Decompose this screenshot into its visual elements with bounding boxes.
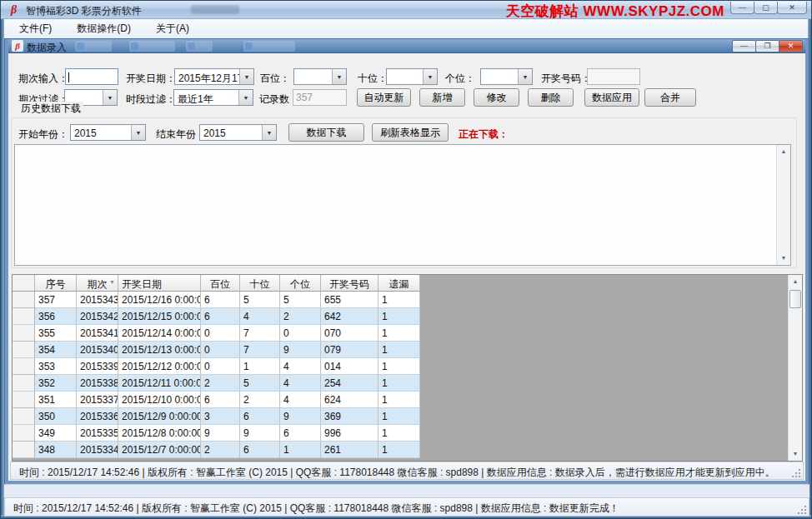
- col-header-omission[interactable]: 遗漏: [378, 275, 420, 292]
- child-minimize-icon[interactable]: —: [732, 40, 756, 52]
- window-controls: — ▢ ✕: [731, 2, 807, 14]
- merge-button[interactable]: 合并: [644, 88, 696, 107]
- row-selector-cell[interactable]: [13, 358, 35, 375]
- draw-number-field[interactable]: [587, 68, 640, 85]
- chevron-down-icon[interactable]: ▼: [332, 69, 346, 84]
- cell-seq: 349: [35, 425, 77, 442]
- cell-seq: 352: [35, 375, 77, 392]
- cell-issue: 2015340: [77, 342, 118, 358]
- table-row[interactable]: 351 2015337 2015/12/10 0:00:00 6 2 4 624…: [13, 392, 420, 408]
- main-titlebar[interactable]: β 智博福彩3D 彩票分析软件 天空破解站 WWW.SKYPJZ.COM — ▢…: [1, 1, 811, 19]
- auto-update-button[interactable]: 自动更新: [357, 88, 411, 107]
- cell-hundreds: 3: [201, 408, 240, 425]
- cell-hundreds: 0: [201, 358, 240, 375]
- row-selector-cell[interactable]: [13, 408, 35, 425]
- end-year-select[interactable]: 2015 ▼: [199, 124, 277, 141]
- header-selector-cell[interactable]: [13, 275, 35, 292]
- close-icon[interactable]: ✕: [777, 2, 807, 14]
- cell-number: 624: [321, 392, 378, 408]
- cell-hundreds: 2: [201, 375, 240, 392]
- menu-about[interactable]: 关于(A): [146, 19, 199, 38]
- refresh-table-button[interactable]: 刷新表格显示: [372, 123, 449, 142]
- table-row[interactable]: 357 2015343 2015/12/16 0:00:00 6 5 5 655…: [13, 292, 420, 308]
- minimize-icon[interactable]: —: [730, 2, 754, 14]
- table-row[interactable]: 348 2015334 2015/12/7 0:00:00 2 6 1 261 …: [13, 442, 420, 458]
- tens-select[interactable]: ▼: [386, 68, 438, 85]
- table-row[interactable]: 353 2015339 2015/12/12 0:00:00 0 1 4 014…: [13, 358, 420, 375]
- data-entry-statusbar: 时间 : 2015/12/17 14:52:46 | 版权所有 : 智赢工作室 …: [10, 462, 804, 480]
- chevron-down-icon[interactable]: ▼: [423, 69, 437, 84]
- chevron-down-icon[interactable]: ▼: [518, 69, 532, 84]
- cell-issue: 2015338: [77, 375, 118, 392]
- row-selector-cell[interactable]: [13, 308, 35, 325]
- scroll-up-icon[interactable]: ▲: [789, 275, 802, 288]
- window-frame-left: [1, 19, 4, 518]
- chevron-down-icon[interactable]: ▼: [238, 90, 253, 105]
- maximize-icon[interactable]: ▢: [754, 2, 778, 14]
- table-row[interactable]: 354 2015340 2015/12/13 0:00:00 0 7 9 079…: [13, 342, 420, 358]
- col-header-issue-text: 期次: [88, 278, 108, 290]
- log-scrollbar[interactable]: ▲ ▼: [776, 145, 790, 265]
- cell-units: 9: [280, 408, 321, 425]
- download-data-button[interactable]: 数据下载: [288, 123, 364, 142]
- chevron-down-icon[interactable]: ▼: [103, 90, 117, 105]
- cell-issue: 2015335: [77, 425, 118, 442]
- menu-file[interactable]: 文件(F): [9, 19, 62, 38]
- cell-tens: 6: [240, 442, 280, 458]
- end-year-value: 2015: [200, 125, 262, 140]
- start-year-select[interactable]: 2015 ▼: [70, 124, 146, 141]
- text-caret: [68, 72, 69, 82]
- col-header-issue[interactable]: 期次▼: [77, 275, 118, 292]
- row-selector-cell[interactable]: [13, 342, 35, 358]
- row-selector-cell[interactable]: [13, 425, 35, 442]
- menu-data-operations[interactable]: 数据操作(D): [67, 19, 141, 38]
- issue-input-field[interactable]: [65, 68, 118, 85]
- col-header-units[interactable]: 个位: [280, 275, 321, 292]
- cell-hundreds: 0: [201, 325, 240, 342]
- col-header-seq[interactable]: 序号: [35, 275, 77, 292]
- col-header-date[interactable]: 开奖日期: [118, 275, 201, 292]
- scroll-down-icon[interactable]: ▼: [789, 447, 802, 461]
- resize-grip-icon[interactable]: [797, 504, 807, 514]
- delete-button[interactable]: 删除: [528, 88, 574, 107]
- row-selector-cell[interactable]: [13, 325, 35, 342]
- download-log-area[interactable]: ▲ ▼: [14, 144, 791, 266]
- child-restore-icon[interactable]: ❐: [755, 40, 779, 52]
- child-close-icon[interactable]: ✕: [779, 40, 803, 52]
- table-row[interactable]: 352 2015338 2015/12/11 0:00:00 2 5 4 254…: [13, 375, 420, 392]
- chevron-down-icon[interactable]: ▼: [239, 69, 253, 84]
- modify-button[interactable]: 修改: [474, 88, 519, 107]
- col-header-number[interactable]: 开奖号码: [321, 275, 378, 292]
- add-button[interactable]: 新增: [419, 88, 465, 107]
- table-row[interactable]: 349 2015335 2015/12/8 0:00:00 9 9 6 996 …: [13, 425, 420, 442]
- draw-date-select[interactable]: 2015年12月17日 ▼: [174, 68, 254, 85]
- scroll-down-icon[interactable]: ▼: [777, 252, 790, 265]
- col-header-hundreds[interactable]: 百位: [201, 275, 240, 292]
- scroll-up-icon[interactable]: ▲: [777, 145, 790, 158]
- table-row[interactable]: 356 2015342 2015/12/15 0:00:00 6 4 2 642…: [13, 308, 420, 325]
- cell-hundreds: 0: [201, 342, 240, 358]
- table-row[interactable]: 355 2015341 2015/12/14 0:00:00 0 7 0 070…: [13, 325, 420, 342]
- cell-date: 2015/12/9 0:00:00: [118, 408, 201, 425]
- apply-data-button[interactable]: 数据应用: [584, 88, 639, 107]
- units-select[interactable]: ▼: [480, 68, 533, 85]
- chevron-down-icon[interactable]: ▼: [262, 125, 276, 140]
- chevron-down-icon[interactable]: ▼: [131, 125, 145, 140]
- hundreds-select[interactable]: ▼: [293, 68, 347, 85]
- table-scrollbar[interactable]: ▲ ▼: [788, 275, 802, 461]
- row-selector-cell[interactable]: [13, 375, 35, 392]
- period-filter-select[interactable]: 最近1年 ▼: [173, 89, 253, 106]
- row-selector-cell[interactable]: [13, 292, 35, 308]
- data-entry-titlebar[interactable]: β 数据录入 — ❐ ✕: [8, 39, 805, 53]
- resize-grip-icon[interactable]: [791, 467, 801, 477]
- table-row[interactable]: 350 2015336 2015/12/9 0:00:00 3 6 9 369 …: [13, 408, 420, 425]
- row-selector-cell[interactable]: [13, 442, 35, 458]
- cell-units: 9: [280, 342, 321, 358]
- ghost-tab: [129, 41, 175, 52]
- record-count-field[interactable]: 357: [293, 89, 347, 106]
- cell-tens: 6: [240, 408, 280, 425]
- row-selector-cell[interactable]: [13, 392, 35, 408]
- data-entry-window: β 数据录入 — ❐ ✕ 期次输入： 开奖日期： 2015年12月17日 ▼ 百…: [5, 39, 809, 484]
- col-header-tens[interactable]: 十位: [240, 275, 280, 292]
- scrollbar-thumb[interactable]: [789, 290, 801, 308]
